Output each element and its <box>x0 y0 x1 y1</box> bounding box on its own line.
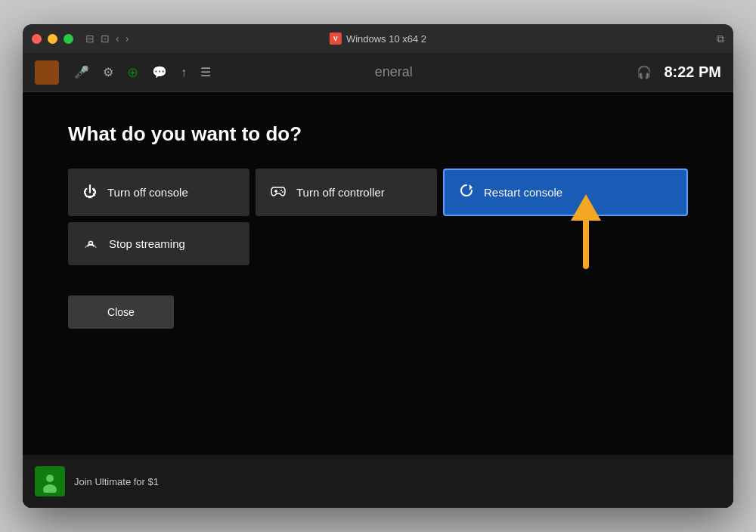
forward-icon[interactable]: › <box>125 32 129 45</box>
join-ultimate-text[interactable]: Join Ultimate for $1 <box>74 476 159 487</box>
headset-icon: 🎧 <box>637 65 652 79</box>
titlebar: ⊟ ⊡ ‹ › V Windows 10 x64 2 ⧉ <box>23 24 733 53</box>
maximize-button[interactable] <box>64 34 73 44</box>
settings-icon[interactable]: ⚙ <box>103 65 113 79</box>
xbox-bottom-bar: Join Ultimate for $1 <box>23 455 733 508</box>
arrow-svg <box>559 190 612 274</box>
section-title: eneral <box>375 64 413 80</box>
svg-point-8 <box>46 475 54 482</box>
nav-icons: 🎤 ⚙ ⊕ 💬 ↑ ☰ <box>74 64 211 81</box>
share-icon[interactable]: ↑ <box>181 66 187 79</box>
minimize-button[interactable] <box>48 34 57 44</box>
screenshot-icon[interactable]: ⊡ <box>101 32 110 45</box>
turn-off-controller-button[interactable]: Turn off controller <box>256 169 437 216</box>
back-icon[interactable]: ‹ <box>116 32 119 45</box>
titlebar-right-control[interactable]: ⧉ <box>717 32 724 45</box>
controller-icon <box>271 184 286 200</box>
power-icon: ⏻ <box>83 184 97 200</box>
turn-off-console-label: Turn off console <box>107 186 188 199</box>
svg-point-2 <box>280 190 282 191</box>
xbox-logo-icon[interactable]: ⊕ <box>127 64 138 81</box>
xbox-background: 🎤 ⚙ ⊕ 💬 ↑ ☰ eneral 🎧 8:22 PM What do you… <box>23 53 733 508</box>
vm-icon: V <box>330 32 342 45</box>
restart-console-label: Restart console <box>484 186 562 199</box>
svg-marker-6 <box>571 194 601 221</box>
titlebar-controls: ⊟ ⊡ ‹ › <box>85 32 129 45</box>
window-title-text: Windows 10 x64 2 <box>346 33 426 45</box>
svg-point-3 <box>282 191 284 193</box>
clock-display: 8:22 PM <box>664 63 721 81</box>
close-button[interactable] <box>32 34 42 44</box>
traffic-lights <box>32 34 73 44</box>
close-label: Close <box>107 306 135 318</box>
sidebar-toggle-icon[interactable]: ⊟ <box>85 32 94 45</box>
xbox-navbar: 🎤 ⚙ ⊕ 💬 ↑ ☰ eneral 🎧 8:22 PM <box>23 53 733 92</box>
streaming-icon <box>83 236 98 252</box>
arrow-annotation <box>559 190 612 277</box>
chat-icon[interactable]: 💬 <box>152 65 167 79</box>
restart-icon <box>460 184 473 201</box>
power-dialog: What do you want to do? ⏻ Turn off conso… <box>23 92 733 508</box>
mic-icon[interactable]: 🎤 <box>74 65 89 79</box>
mac-window: ⊟ ⊡ ‹ › V Windows 10 x64 2 ⧉ 🎤 ⚙ ⊕ <box>23 24 733 508</box>
turn-off-controller-label: Turn off controller <box>296 186 385 199</box>
xbox-content: 🎤 ⚙ ⊕ 💬 ↑ ☰ eneral 🎧 8:22 PM What do you… <box>23 53 733 508</box>
close-dialog-button[interactable]: Close <box>68 295 174 329</box>
window-controls-icon[interactable]: ⧉ <box>717 32 724 45</box>
window-title: V Windows 10 x64 2 <box>330 32 426 45</box>
bottom-avatar <box>35 466 65 496</box>
turn-off-console-button[interactable]: ⏻ Turn off console <box>68 169 249 216</box>
stop-streaming-label: Stop streaming <box>109 237 185 250</box>
menu-icon[interactable]: ☰ <box>200 65 211 79</box>
stop-streaming-button[interactable]: Stop streaming <box>68 222 249 265</box>
dialog-title: What do you want to do? <box>68 122 688 146</box>
user-avatar <box>35 60 59 85</box>
